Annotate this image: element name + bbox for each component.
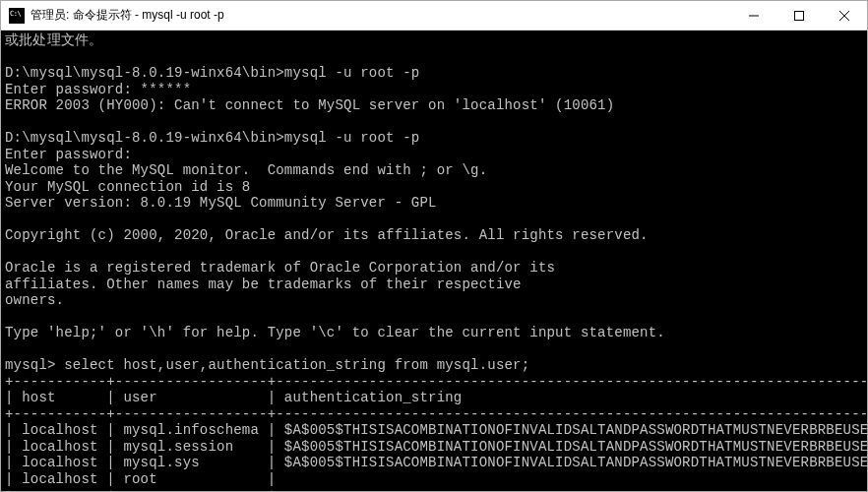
terminal-line: affiliates. Other names may be trademark… <box>5 277 863 293</box>
terminal-line <box>5 114 863 131</box>
maximize-icon <box>794 11 804 21</box>
terminal-line: | localhost | mysql.session | $A$005$THI… <box>5 439 863 456</box>
cmd-icon <box>9 8 25 24</box>
terminal-line: owners. <box>5 292 863 309</box>
minimize-icon <box>749 11 759 21</box>
terminal-line: | host | user | authentication_string | <box>5 390 863 406</box>
close-icon <box>839 11 849 21</box>
terminal-line <box>5 212 863 228</box>
terminal-line: | localhost | root | | <box>5 471 863 488</box>
close-button[interactable] <box>822 1 867 30</box>
terminal-line: +-----------+------------------+--------… <box>5 374 863 391</box>
terminal-line: Your MySQL connection id is 8 <box>5 179 863 196</box>
terminal-line: D:\mysql\mysql-8.0.19-winx64\bin>mysql -… <box>5 130 863 147</box>
terminal-line: 或批处理文件。 <box>5 32 863 49</box>
terminal-line: +-----------+------------------+--------… <box>5 487 863 491</box>
terminal-line: Type 'help;' or '\h' for help. Type '\c'… <box>5 325 863 341</box>
terminal-line: | localhost | mysql.infoschema | $A$005$… <box>5 422 863 439</box>
terminal-line: Enter password: ****** <box>5 82 863 98</box>
svg-rect-1 <box>795 11 804 20</box>
minimize-button[interactable] <box>731 1 776 30</box>
terminal-line <box>5 309 863 326</box>
terminal-line: Copyright (c) 2000, 2020, Oracle and/or … <box>5 227 863 244</box>
terminal-line <box>5 341 863 358</box>
titlebar[interactable]: 管理员: 命令提示符 - mysql -u root -p <box>1 1 867 31</box>
terminal-line: mysql> select host,user,authentication_s… <box>5 357 863 374</box>
terminal-output[interactable]: 或批处理文件。 D:\mysql\mysql-8.0.19-winx64\bin… <box>1 31 867 491</box>
terminal-line: Oracle is a registered trademark of Orac… <box>5 260 863 277</box>
terminal-line: | localhost | mysql.sys | $A$005$THISISA… <box>5 455 863 471</box>
titlebar-controls <box>731 1 867 30</box>
terminal-line <box>5 49 863 66</box>
maximize-button[interactable] <box>776 1 822 30</box>
terminal-line: D:\mysql\mysql-8.0.19-winx64\bin>mysql -… <box>5 65 863 82</box>
terminal-line <box>5 244 863 261</box>
window-title: 管理员: 命令提示符 - mysql -u root -p <box>31 7 731 24</box>
terminal-line: ERROR 2003 (HY000): Can't connect to MyS… <box>5 97 863 114</box>
terminal-line: Server version: 8.0.19 MySQL Community S… <box>5 195 863 212</box>
terminal-line: Welcome to the MySQL monitor. Commands e… <box>5 162 863 179</box>
command-prompt-window: 管理员: 命令提示符 - mysql -u root -p 或批处理文件。 D:… <box>0 0 868 492</box>
terminal-line: +-----------+------------------+--------… <box>5 406 863 423</box>
terminal-line: Enter password: <box>5 147 863 163</box>
